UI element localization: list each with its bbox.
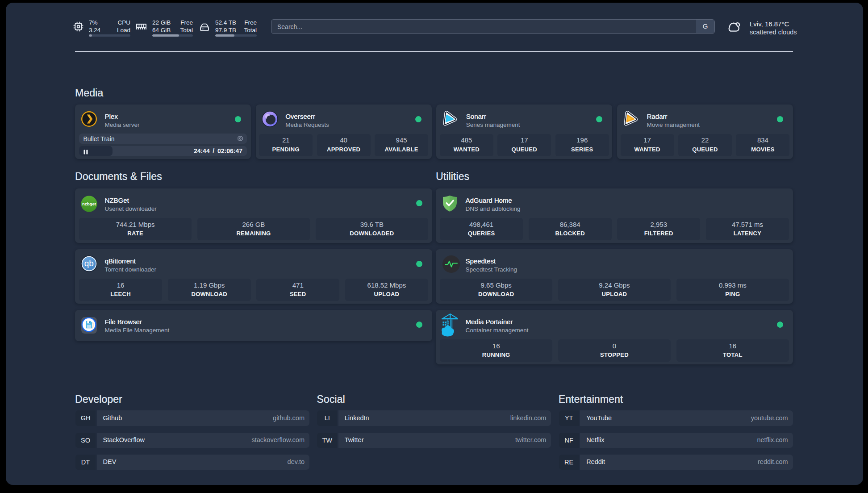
svg-text:nzbget: nzbget — [82, 201, 96, 206]
svg-text:qb: qb — [84, 259, 94, 268]
